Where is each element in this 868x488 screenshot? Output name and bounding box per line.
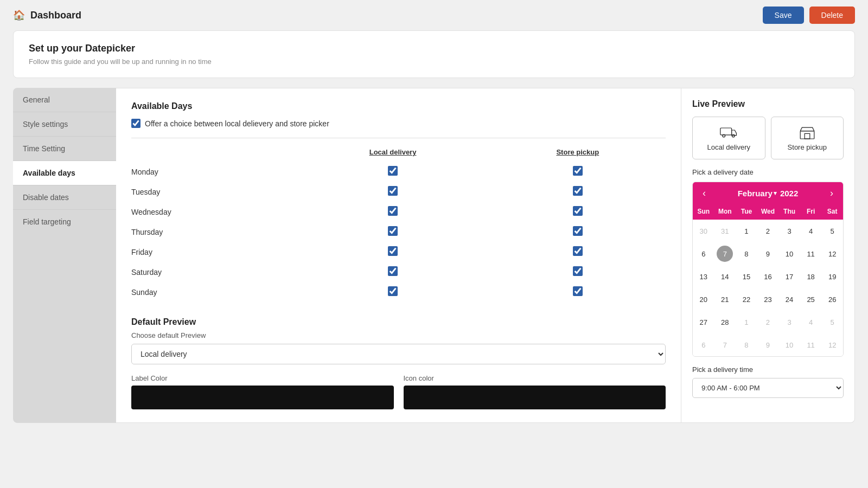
calendar-cell[interactable]: 17 bbox=[778, 265, 800, 288]
calendar-day-name: Wed bbox=[757, 204, 779, 220]
calendar-cell[interactable]: 18 bbox=[800, 265, 822, 288]
save-button[interactable]: Save bbox=[763, 7, 804, 24]
local-checkbox[interactable] bbox=[388, 266, 398, 276]
store-pickup-cell bbox=[490, 162, 666, 182]
sidebar-item-general[interactable]: General bbox=[13, 88, 116, 112]
store-checkbox[interactable] bbox=[573, 286, 583, 296]
default-preview-title: Default Preview bbox=[131, 317, 666, 327]
svg-rect-3 bbox=[800, 131, 814, 139]
calendar-cell[interactable]: 13 bbox=[693, 265, 714, 288]
local-checkbox[interactable] bbox=[388, 186, 398, 196]
calendar-cell[interactable]: 3 bbox=[778, 220, 800, 242]
delete-button[interactable]: Delete bbox=[809, 7, 855, 24]
calendar-cell[interactable]: 11 bbox=[800, 242, 822, 265]
day-name: Tuesday bbox=[131, 182, 296, 202]
calendar-cell[interactable]: 12 bbox=[821, 333, 843, 356]
calendar-cell-inner: 12 bbox=[824, 337, 840, 353]
calendar-cell[interactable]: 6 bbox=[693, 333, 714, 356]
label-color-box[interactable] bbox=[131, 386, 394, 409]
calendar-cell[interactable]: 10 bbox=[778, 333, 800, 356]
store-pickup-cell bbox=[490, 262, 666, 282]
store-checkbox[interactable] bbox=[573, 226, 583, 236]
calendar-cell[interactable]: 28 bbox=[714, 311, 736, 333]
header-card: Set up your Datepicker Follow this guide… bbox=[13, 30, 855, 78]
calendar-wrapper: ‹ February ▾ 2022 › SunMonTueWedThuFriSa… bbox=[692, 182, 844, 357]
calendar-next-btn[interactable]: › bbox=[828, 188, 835, 199]
calendar-cell[interactable]: 1 bbox=[736, 220, 757, 242]
calendar-cell[interactable]: 5 bbox=[821, 311, 843, 333]
sidebar-item-style-settings[interactable]: Style settings bbox=[13, 112, 116, 137]
calendar-cell[interactable]: 11 bbox=[800, 333, 822, 356]
local-checkbox[interactable] bbox=[388, 286, 398, 296]
calendar-cell[interactable]: 9 bbox=[757, 242, 779, 265]
calendar-cell[interactable]: 8 bbox=[736, 242, 757, 265]
calendar-cell[interactable]: 14 bbox=[714, 265, 736, 288]
calendar-cell[interactable]: 2 bbox=[757, 311, 779, 333]
sidebar-item-disable-dates[interactable]: Disable dates bbox=[13, 185, 116, 210]
calendar-cell[interactable]: 12 bbox=[821, 242, 843, 265]
store-checkbox[interactable] bbox=[573, 166, 583, 176]
calendar-cell[interactable]: 2 bbox=[757, 220, 779, 242]
offer-choice-checkbox[interactable] bbox=[131, 119, 141, 128]
calendar-cell-inner: 31 bbox=[717, 223, 733, 239]
sidebar: General Style settings Time Setting Avai… bbox=[13, 88, 116, 423]
table-row: Sunday bbox=[131, 282, 666, 302]
calendar-cell-inner: 2 bbox=[760, 314, 776, 330]
calendar-cell[interactable]: 16 bbox=[757, 265, 779, 288]
calendar-cell[interactable]: 5 bbox=[821, 220, 843, 242]
calendar-month-year: February ▾ 2022 bbox=[738, 189, 799, 198]
calendar-cell[interactable]: 7 bbox=[714, 333, 736, 356]
calendar-cell[interactable]: 26 bbox=[821, 288, 843, 311]
sidebar-item-field-targeting[interactable]: Field targeting bbox=[13, 210, 116, 234]
time-select[interactable]: 9:00 AM - 6:00 PM10:00 AM - 7:00 PM bbox=[692, 378, 844, 398]
content-area: Available Days Offer a choice between lo… bbox=[116, 88, 681, 423]
calendar-cell[interactable]: 15 bbox=[736, 265, 757, 288]
local-delivery-btn[interactable]: Local delivery bbox=[692, 117, 765, 159]
store-checkbox[interactable] bbox=[573, 206, 583, 216]
calendar-cell[interactable]: 21 bbox=[714, 288, 736, 311]
calendar-cell[interactable]: 24 bbox=[778, 288, 800, 311]
calendar-cell[interactable]: 20 bbox=[693, 288, 714, 311]
store-checkbox[interactable] bbox=[573, 266, 583, 276]
local-checkbox[interactable] bbox=[388, 246, 398, 256]
sidebar-item-time-setting[interactable]: Time Setting bbox=[13, 137, 116, 161]
local-checkbox[interactable] bbox=[388, 226, 398, 236]
calendar-cell[interactable]: 9 bbox=[757, 333, 779, 356]
store-pickup-btn[interactable]: Store pickup bbox=[771, 117, 844, 159]
calendar-cell[interactable]: 23 bbox=[757, 288, 779, 311]
calendar-cell-inner: 5 bbox=[824, 314, 840, 330]
store-checkbox[interactable] bbox=[573, 246, 583, 256]
local-delivery-cell bbox=[296, 282, 489, 302]
calendar-day-name: Sun bbox=[693, 204, 714, 220]
calendar-cell[interactable]: 4 bbox=[800, 220, 822, 242]
calendar-cell-inner: 9 bbox=[760, 246, 776, 262]
calendar-cell-inner: 27 bbox=[695, 314, 712, 330]
sidebar-item-available-days[interactable]: Available days bbox=[13, 161, 116, 185]
calendar-cell[interactable]: 19 bbox=[821, 265, 843, 288]
calendar-cell-inner: 8 bbox=[738, 337, 755, 353]
calendar-cell[interactable]: 7 bbox=[714, 242, 736, 265]
calendar-grid: 3031123456789101112131415161718192021222… bbox=[693, 220, 843, 356]
calendar-cell-inner: 11 bbox=[803, 337, 819, 353]
calendar-cell[interactable]: 22 bbox=[736, 288, 757, 311]
calendar-cell[interactable]: 8 bbox=[736, 333, 757, 356]
calendar-cell[interactable]: 10 bbox=[778, 242, 800, 265]
calendar-cell[interactable]: 30 bbox=[693, 220, 714, 242]
icon-color-box[interactable] bbox=[404, 386, 666, 409]
calendar-cell[interactable]: 27 bbox=[693, 311, 714, 333]
local-checkbox[interactable] bbox=[388, 206, 398, 216]
local-checkbox[interactable] bbox=[388, 166, 398, 176]
calendar-cell-inner: 11 bbox=[803, 246, 819, 262]
store-checkbox[interactable] bbox=[573, 186, 583, 196]
calendar-cell[interactable]: 4 bbox=[800, 311, 822, 333]
home-icon: 🏠 bbox=[13, 9, 25, 21]
calendar-cell[interactable]: 3 bbox=[778, 311, 800, 333]
calendar-prev-btn[interactable]: ‹ bbox=[700, 188, 708, 199]
calendar-cell[interactable]: 31 bbox=[714, 220, 736, 242]
calendar-cell[interactable]: 6 bbox=[693, 242, 714, 265]
calendar-cell[interactable]: 1 bbox=[736, 311, 757, 333]
default-preview-select[interactable]: Local deliveryStore pickup bbox=[131, 344, 666, 364]
day-name: Saturday bbox=[131, 262, 296, 282]
local-delivery-cell bbox=[296, 242, 489, 262]
calendar-cell[interactable]: 25 bbox=[800, 288, 822, 311]
